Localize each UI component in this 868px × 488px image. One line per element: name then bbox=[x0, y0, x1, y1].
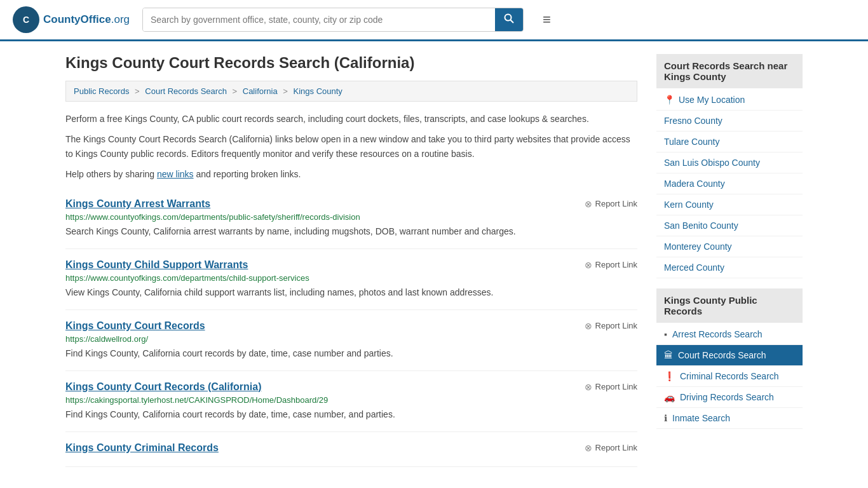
sidebar-item-label: Court Records Search bbox=[678, 350, 766, 360]
result-header: Kings County Court Records (California) … bbox=[65, 381, 637, 393]
nearby-section: Court Records Search near Kings County 📍… bbox=[656, 54, 803, 278]
report-icon: ⊗ bbox=[585, 382, 592, 392]
report-icon: ⊗ bbox=[585, 321, 592, 331]
result-title[interactable]: Kings County Court Records bbox=[65, 320, 205, 332]
result-description: Find Kings County, California court reco… bbox=[65, 347, 637, 360]
nearby-header: Court Records Search near Kings County bbox=[656, 54, 803, 88]
site-header: C CountyOffice.org ≡ bbox=[0, 0, 868, 41]
breadcrumb-sep-1: > bbox=[135, 86, 142, 96]
result-description: Search Kings County, California arrest w… bbox=[65, 225, 637, 238]
sidebar-public-records-item[interactable]: ▪ Arrest Records Search bbox=[656, 324, 803, 345]
public-records-items-list: ▪ Arrest Records Search 🏛 Court Records … bbox=[656, 324, 803, 429]
sidebar-public-records-item[interactable]: 🏛 Court Records Search bbox=[656, 345, 803, 366]
result-item: Kings County Court Records (California) … bbox=[65, 371, 637, 432]
result-title[interactable]: Kings County Child Support Warrants bbox=[65, 259, 248, 271]
nearby-county-item[interactable]: San Benito County bbox=[656, 215, 803, 236]
breadcrumb-sep-3: > bbox=[283, 86, 290, 96]
menu-icon[interactable]: ≡ bbox=[543, 11, 551, 28]
report-link[interactable]: ⊗ Report Link bbox=[585, 199, 637, 209]
report-link-label: Report Link bbox=[595, 321, 637, 330]
breadcrumb-public-records[interactable]: Public Records bbox=[74, 86, 129, 96]
logo-icon: C bbox=[13, 6, 39, 33]
result-title[interactable]: Kings County Arrest Warrants bbox=[65, 198, 210, 210]
result-url[interactable]: https://cakingsportal.tylerhost.net/CAKI… bbox=[65, 395, 637, 405]
site-logo[interactable]: C CountyOffice.org bbox=[13, 6, 130, 33]
search-input[interactable] bbox=[143, 8, 495, 31]
nearby-county-item[interactable]: Monterey County bbox=[656, 236, 803, 257]
content-area: Kings County Court Records Search (Calif… bbox=[65, 54, 637, 467]
public-records-section: Kings County Public Records ▪ Arrest Rec… bbox=[656, 288, 803, 429]
location-pin-icon: 📍 bbox=[664, 95, 675, 105]
logo-suffix: .org bbox=[111, 13, 130, 25]
report-icon: ⊗ bbox=[585, 443, 592, 453]
search-bar bbox=[142, 8, 524, 32]
report-icon: ⊗ bbox=[585, 260, 592, 270]
result-item: Kings County Court Records ⊗ Report Link… bbox=[65, 310, 637, 371]
sidebar-item-icon: ❗ bbox=[664, 371, 675, 381]
use-location-label: Use My Location bbox=[679, 95, 745, 105]
breadcrumb-court-records-search[interactable]: Court Records Search bbox=[145, 86, 227, 96]
report-link[interactable]: ⊗ Report Link bbox=[585, 260, 637, 270]
results-container: Kings County Arrest Warrants ⊗ Report Li… bbox=[65, 188, 637, 467]
result-header: Kings County Court Records ⊗ Report Link bbox=[65, 320, 637, 332]
sidebar-public-records-item[interactable]: ℹ Inmate Search bbox=[656, 408, 803, 429]
report-link[interactable]: ⊗ Report Link bbox=[585, 382, 637, 392]
sidebar-item-icon: ▪ bbox=[664, 329, 667, 339]
description-1: Perform a free Kings County, CA public c… bbox=[65, 112, 637, 126]
nearby-county-item[interactable]: San Luis Obispo County bbox=[656, 152, 803, 173]
svg-line-3 bbox=[510, 20, 513, 23]
description-3-prefix: Help others by sharing bbox=[65, 169, 157, 179]
result-header: Kings County Child Support Warrants ⊗ Re… bbox=[65, 259, 637, 271]
logo-name: CountyOffice bbox=[43, 13, 111, 25]
result-header: Kings County Arrest Warrants ⊗ Report Li… bbox=[65, 198, 637, 210]
result-item: Kings County Child Support Warrants ⊗ Re… bbox=[65, 249, 637, 310]
nearby-county-item[interactable]: Merced County bbox=[656, 257, 803, 278]
sidebar-item-label: Inmate Search bbox=[672, 413, 730, 423]
report-link-label: Report Link bbox=[595, 199, 637, 208]
breadcrumb-kings-county[interactable]: Kings County bbox=[294, 86, 342, 96]
result-item: Kings County Arrest Warrants ⊗ Report Li… bbox=[65, 188, 637, 249]
result-header: Kings County Criminal Records ⊗ Report L… bbox=[65, 442, 637, 454]
sidebar-item-icon: 🏛 bbox=[664, 350, 673, 360]
sidebar-public-records-item[interactable]: 🚗 Driving Records Search bbox=[656, 387, 803, 408]
description-2: The Kings County Court Records Search (C… bbox=[65, 132, 637, 161]
result-title[interactable]: Kings County Court Records (California) bbox=[65, 381, 261, 393]
result-item: Kings County Criminal Records ⊗ Report L… bbox=[65, 432, 637, 467]
nearby-counties-list: Fresno CountyTulare CountySan Luis Obisp… bbox=[656, 111, 803, 278]
report-link[interactable]: ⊗ Report Link bbox=[585, 321, 637, 331]
sidebar-public-records-item[interactable]: ❗ Criminal Records Search bbox=[656, 366, 803, 387]
page-title: Kings County Court Records Search (Calif… bbox=[65, 54, 637, 72]
breadcrumb-california[interactable]: California bbox=[243, 86, 278, 96]
sidebar-item-icon: ℹ bbox=[664, 413, 667, 423]
public-records-header: Kings County Public Records bbox=[656, 288, 803, 323]
description-3-suffix: and reporting broken links. bbox=[194, 169, 301, 179]
svg-text:C: C bbox=[23, 15, 29, 25]
sidebar-item-icon: 🚗 bbox=[664, 392, 675, 402]
nearby-county-item[interactable]: Kern County bbox=[656, 194, 803, 215]
logo-text: CountyOffice.org bbox=[43, 13, 130, 26]
report-link-label: Report Link bbox=[595, 260, 637, 269]
result-url[interactable]: https://www.countyofkings.com/department… bbox=[65, 273, 637, 283]
nearby-county-item[interactable]: Tulare County bbox=[656, 132, 803, 152]
description-3: Help others by sharing new links and rep… bbox=[65, 167, 637, 181]
result-url[interactable]: https://www.countyofkings.com/department… bbox=[65, 212, 637, 222]
nearby-county-item[interactable]: Fresno County bbox=[656, 111, 803, 132]
new-links-link[interactable]: new links bbox=[157, 169, 194, 179]
breadcrumb: Public Records > Court Records Search > … bbox=[65, 81, 637, 102]
result-url[interactable]: https://caldwellrod.org/ bbox=[65, 334, 637, 344]
nearby-county-item[interactable]: Madera County bbox=[656, 173, 803, 194]
sidebar-item-label: Driving Records Search bbox=[680, 392, 774, 402]
search-button[interactable] bbox=[495, 8, 523, 31]
sidebar-item-label: Criminal Records Search bbox=[680, 371, 779, 381]
use-my-location[interactable]: 📍 Use My Location bbox=[656, 90, 803, 111]
report-link-label: Report Link bbox=[595, 443, 637, 452]
sidebar: Court Records Search near Kings County 📍… bbox=[656, 54, 803, 467]
report-link-label: Report Link bbox=[595, 382, 637, 391]
main-container: Kings County Court Records Search (Calif… bbox=[53, 41, 815, 480]
breadcrumb-sep-2: > bbox=[233, 86, 240, 96]
result-description: Find Kings County, California court reco… bbox=[65, 408, 637, 421]
result-title[interactable]: Kings County Criminal Records bbox=[65, 442, 219, 454]
result-description: View Kings County, California child supp… bbox=[65, 286, 637, 299]
sidebar-item-label: Arrest Records Search bbox=[672, 329, 763, 339]
report-link[interactable]: ⊗ Report Link bbox=[585, 443, 637, 453]
